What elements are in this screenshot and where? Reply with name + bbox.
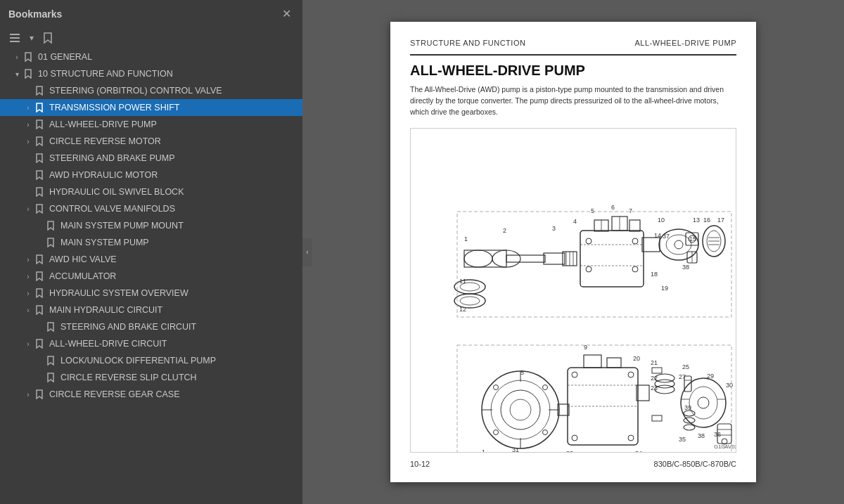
diagram-svg: 1 2 3 4 5 6 7 10 13 16 17 11 14 15 12 18… xyxy=(411,129,736,452)
label-10: 10 xyxy=(658,217,665,224)
chevron-01-general[interactable] xyxy=(11,53,23,61)
technical-diagram: 1 2 3 4 5 6 7 10 13 16 17 11 14 15 12 18… xyxy=(410,128,736,453)
bookmark-icon xyxy=(42,32,53,44)
chevron-all-wheel-drive-circuit[interactable] xyxy=(23,340,34,348)
bookmark-item-circle-reverse-gear-case[interactable]: CIRCLE REVERSE GEAR CASE xyxy=(0,386,302,403)
bookmark-item-control-valve-manifolds[interactable]: CONTROL VALVE MANIFOLDS xyxy=(0,200,302,217)
bookmarks-panel: Bookmarks ✕ ▾ 01 GENERAL10 STRUCTURE AND… xyxy=(0,0,302,504)
page-footer: 10-12 830B/C-850B/C-870B/C xyxy=(410,460,736,468)
label-4: 4 xyxy=(573,218,577,225)
page-number: 10-12 xyxy=(410,460,430,468)
svg-point-43 xyxy=(491,380,550,439)
chevron-10-structure[interactable] xyxy=(11,70,23,78)
svg-point-60 xyxy=(572,372,577,377)
bookmark-item-steering-brake-circuit[interactable]: STEERING AND BRAKE CIRCUIT xyxy=(0,318,302,335)
list-view-button[interactable] xyxy=(6,30,24,46)
bookmark-label-steering-orbitrol: STEERING (ORBITROL) CONTROL VALVE xyxy=(49,86,297,96)
bookmark-label-steering-brake-circuit: STEERING AND BRAKE CIRCUIT xyxy=(60,322,297,332)
svg-point-53 xyxy=(543,429,548,434)
bookmark-icon-steering-brake-pump xyxy=(34,153,45,163)
close-button[interactable]: ✕ xyxy=(279,6,294,22)
bookmark-icon-main-hydraulic-circuit xyxy=(34,305,45,315)
bookmark-item-accumulator[interactable]: ACCUMULATOR xyxy=(0,268,302,285)
bookmark-label-lock-unlock-diff-pump: LOCK/UNLOCK DIFFERENTIAL PUMP xyxy=(60,356,297,366)
bookmark-icon-10-structure xyxy=(23,69,34,79)
svg-point-50 xyxy=(494,385,499,389)
bookmark-label-01-general: 01 GENERAL xyxy=(38,52,297,62)
chevron-hydraulic-system-overview[interactable] xyxy=(23,290,34,297)
chevron-circle-reverse-gear-case[interactable] xyxy=(23,391,34,399)
center-pump-housing-lower xyxy=(568,355,649,445)
bookmark-item-all-wheel-drive-pump[interactable]: ALL-WHEEL-DRIVE PUMP xyxy=(0,116,302,133)
bookmark-label-main-system-pump: MAIN SYSTEM PUMP xyxy=(60,238,297,247)
label-1: 1 xyxy=(464,235,468,243)
svg-point-40 xyxy=(460,297,480,305)
label-l35: 35 xyxy=(679,436,686,443)
bookmark-item-hydraulic-system-overview[interactable]: HYDRAULIC SYSTEM OVERVIEW xyxy=(0,285,302,302)
bookmark-label-accumulator: ACCUMULATOR xyxy=(49,271,297,281)
label-11: 11 xyxy=(459,278,466,285)
label-l20: 20 xyxy=(633,355,640,362)
collapse-panel-button[interactable]: ‹ xyxy=(302,238,312,266)
chevron-awd-hic-valve[interactable] xyxy=(23,256,34,264)
bookmark-item-main-system-pump[interactable]: MAIN SYSTEM PUMP xyxy=(0,234,302,251)
bookmark-item-awd-hic-valve[interactable]: AWD HIC VALVE xyxy=(0,251,302,268)
svg-point-19 xyxy=(586,238,592,244)
bookmark-icon-hydraulic-system-overview xyxy=(34,288,45,298)
header-divider xyxy=(410,54,736,56)
bookmark-label-hydraulic-oil-swivel: HYDRAULIC OIL SWIVEL BLOCK xyxy=(49,187,297,197)
bookmark-item-lock-unlock-diff-pump[interactable]: LOCK/UNLOCK DIFFERENTIAL PUMP xyxy=(0,352,302,369)
large-pump-body-lower xyxy=(482,371,559,448)
bookmark-icon-lock-unlock-diff-pump xyxy=(45,356,56,366)
svg-rect-12 xyxy=(580,231,644,287)
chevron-all-wheel-drive-pump[interactable] xyxy=(23,121,34,129)
bookmark-icon-circle-reverse-gear-case xyxy=(34,389,45,399)
bookmark-item-all-wheel-drive-circuit[interactable]: ALL-WHEEL-DRIVE CIRCUIT xyxy=(0,335,302,352)
bookmark-icon-button[interactable] xyxy=(39,30,56,46)
bookmark-item-transmission-power-shift[interactable]: TRANSMISSION POWER SHIFT xyxy=(0,99,302,116)
bookmark-item-main-hydraulic-circuit[interactable]: MAIN HYDRAULIC CIRCUIT xyxy=(0,302,302,318)
bookmark-label-main-system-pump-mount: MAIN SYSTEM PUMP MOUNT xyxy=(60,221,297,231)
bookmark-item-01-general[interactable]: 01 GENERAL xyxy=(0,49,302,65)
label-13: 13 xyxy=(693,217,700,224)
svg-point-42 xyxy=(482,371,559,448)
label-l21: 21 xyxy=(651,359,658,366)
bookmark-label-circle-reverse-slip-clutch: CIRCLE REVERSE SLIP CLUTCH xyxy=(60,373,297,382)
svg-point-76 xyxy=(684,425,695,430)
svg-point-45 xyxy=(510,399,531,420)
label-l27: 27 xyxy=(679,373,686,380)
toolbar-row: ▾ xyxy=(0,27,302,49)
chevron-circle-reverse-motor[interactable] xyxy=(23,138,34,146)
bookmark-icon-01-general xyxy=(23,52,34,62)
chevron-accumulator[interactable] xyxy=(23,273,34,280)
svg-point-61 xyxy=(572,435,577,441)
main-content-area: STRUCTURE AND FUNCTION ALL-WHEEL-DRIVE P… xyxy=(302,0,844,504)
bookmark-item-circle-reverse-motor[interactable]: CIRCLE REVERSE MOTOR xyxy=(0,133,302,150)
toolbar-divider: ▾ xyxy=(30,33,34,43)
chevron-control-valve-manifolds[interactable] xyxy=(23,205,34,213)
bookmark-item-main-system-pump-mount[interactable]: MAIN SYSTEM PUMP MOUNT xyxy=(0,217,302,234)
label-l36: 36 xyxy=(714,431,721,438)
bookmark-item-circle-reverse-slip-clutch[interactable]: CIRCLE REVERSE SLIP CLUTCH xyxy=(0,369,302,386)
page-header: STRUCTURE AND FUNCTION ALL-WHEEL-DRIVE P… xyxy=(410,39,736,47)
svg-rect-6 xyxy=(506,255,545,262)
label-l9: 9 xyxy=(584,344,587,351)
bookmark-label-circle-reverse-motor: CIRCLE REVERSE MOTOR xyxy=(49,136,297,146)
svg-point-22 xyxy=(632,266,638,272)
bookmarks-list: 01 GENERAL10 STRUCTURE AND FUNCTIONSTEER… xyxy=(0,49,302,504)
pump-right-components-upper xyxy=(659,226,725,263)
bookmark-item-10-structure[interactable]: 10 STRUCTURE AND FUNCTION xyxy=(0,65,302,82)
chevron-transmission-power-shift[interactable] xyxy=(23,104,34,112)
bookmark-item-hydraulic-oil-swivel[interactable]: HYDRAULIC OIL SWIVEL BLOCK xyxy=(0,183,302,200)
bookmark-item-steering-brake-pump[interactable]: STEERING AND BRAKE PUMP xyxy=(0,150,302,167)
bookmark-icon-main-system-pump xyxy=(45,238,56,247)
bookmark-item-awd-hydraulic-motor[interactable]: AWD HYDRAULIC MOTOR xyxy=(0,167,302,183)
chevron-main-hydraulic-circuit[interactable] xyxy=(23,306,34,314)
svg-rect-1 xyxy=(10,37,20,39)
bookmark-icon-awd-hic-valve xyxy=(34,254,45,264)
svg-rect-15 xyxy=(629,220,640,231)
label-l30: 30 xyxy=(726,382,733,389)
bookmark-item-steering-orbitrol[interactable]: STEERING (ORBITROL) CONTROL VALVE xyxy=(0,82,302,99)
bookmark-icon-circle-reverse-motor xyxy=(34,136,45,146)
model-numbers: 830B/C-850B/C-870B/C xyxy=(654,460,736,468)
